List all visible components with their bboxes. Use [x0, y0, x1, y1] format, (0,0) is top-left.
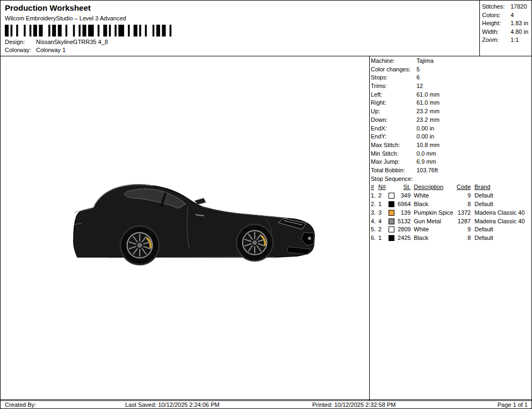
stat-value: 4.80 in	[511, 28, 528, 36]
machine-info-value: 10.8 mm	[416, 141, 440, 150]
machine-info-row: Left:61.0 mm	[371, 91, 532, 99]
machine-info-value: 5	[416, 65, 420, 74]
colorway-label: Colorway:	[5, 46, 36, 54]
created-by: Created By:	[5, 401, 36, 408]
machine-info-row: Color changes:5	[371, 65, 532, 74]
col-header-num: #	[371, 183, 378, 192]
color-swatch	[389, 227, 394, 232]
machine-info-value: 61.0 mm	[416, 91, 440, 99]
stop-row-description: Black	[412, 234, 456, 243]
stop-row-brand: Madeira Classic 40	[472, 217, 532, 226]
machine-info-row: Max Jump:6.9 mm	[371, 158, 532, 166]
stop-row-stitches: 2809	[398, 225, 412, 234]
stat-label: Stitches:	[482, 3, 511, 11]
stop-row-needle: 2	[378, 225, 389, 234]
machine-info-row: Down:23.2 mm	[371, 116, 532, 125]
stat-label: Colors:	[482, 11, 511, 20]
stop-row-brand: Default	[472, 192, 532, 200]
stop-row-description: White	[412, 225, 456, 234]
stop-row-num: 4.	[371, 217, 378, 226]
machine-info-row: Machine:Tajima	[371, 57, 532, 65]
machine-info-value: 12	[416, 82, 423, 91]
machine-info-row: Stops:6	[371, 74, 532, 82]
stat-label: Zoom:	[482, 36, 511, 45]
stop-row-code: 1372	[456, 209, 472, 217]
machine-info-label: EndX:	[371, 125, 416, 133]
stop-row-code: 8	[456, 234, 472, 243]
machine-info-value: 6	[416, 74, 420, 82]
app-subtitle: Wilcom EmbroideryStudio – Level 3 Advanc…	[5, 14, 475, 22]
design-canvas	[1, 56, 369, 400]
stat-value: 1:1	[511, 36, 519, 45]
stat-label: Width:	[482, 28, 511, 36]
col-header-code: Code	[456, 183, 472, 192]
stop-row-description: Black	[412, 200, 456, 209]
barcode	[5, 25, 171, 36]
machine-info-row: Up:23.2 mm	[371, 107, 532, 116]
machine-info-value: 0.0 mm	[416, 150, 436, 158]
stop-row-stitches: 6964	[398, 200, 412, 209]
stat-row: Stitches:17820	[482, 3, 531, 11]
stop-row-code: 9	[456, 192, 472, 200]
col-header-brand: Brand	[472, 183, 532, 192]
stat-row: Colors:4	[482, 11, 531, 20]
front-wheel	[236, 224, 273, 261]
last-saved: Last Saved: 10/12/2025 2:24:06 PM	[125, 401, 220, 408]
machine-info-value: 0.00 in	[416, 133, 434, 141]
col-header-description: Description	[412, 183, 456, 192]
machine-info: Machine:TajimaColor changes:5Stops:6Trim…	[371, 57, 532, 175]
machine-info-label: Min Stitch:	[371, 150, 416, 158]
page-title: Production Worksheet	[5, 3, 475, 13]
machine-info-value: 103.76ft	[416, 166, 438, 175]
color-swatch	[389, 201, 394, 207]
stop-row-description: Gun Metal	[412, 217, 456, 226]
page-number: Page 1 of 1	[498, 401, 528, 408]
stop-row-stitches: 5132	[398, 217, 412, 226]
machine-info-row: Trims:12	[371, 82, 532, 91]
printed: Printed: 10/12/2025 2:32:58 PM	[312, 401, 396, 408]
machine-info-value: 61.0 mm	[416, 99, 440, 107]
machine-info-value: 0.00 in	[416, 125, 434, 133]
header: Production Worksheet Wilcom EmbroiderySt…	[1, 1, 531, 56]
stat-value: 1.83 in	[511, 19, 528, 28]
design-row: Design: NissanSkylineGTRR35 4_8	[5, 38, 475, 46]
stat-value: 17820	[511, 3, 527, 11]
machine-info-value: 23.2 mm	[416, 116, 440, 125]
stop-row-brand: Default	[472, 225, 532, 234]
machine-info-row: EndX:0.00 in	[371, 125, 532, 133]
stop-row-needle: 1	[378, 200, 389, 209]
embroidery-design-nissan-gtr	[73, 181, 315, 275]
stop-sequence-title: Stop Sequence:	[371, 175, 532, 184]
machine-info-row: Total Bobbin:103.76ft	[371, 166, 532, 175]
design-label: Design:	[5, 38, 36, 46]
machine-info-label: Max Stitch:	[371, 141, 416, 150]
rear-wheel	[120, 226, 159, 265]
col-header-stitches: St.	[398, 183, 412, 192]
stop-row-stitches: 349	[398, 192, 412, 200]
stop-row-swatch-cell	[389, 200, 398, 209]
machine-info-label: Left:	[371, 91, 416, 99]
machine-info-label: Trims:	[371, 82, 416, 91]
machine-info-label: Right:	[371, 99, 416, 107]
machine-info-label: EndY:	[371, 133, 416, 141]
stop-row-needle: 1	[378, 234, 389, 243]
machine-info-value: 23.2 mm	[416, 107, 440, 116]
machine-info-row: EndY:0.00 in	[371, 133, 532, 141]
machine-info-label: Machine:	[371, 57, 416, 65]
stop-row-stitches: 2425	[398, 234, 412, 243]
stop-row-description: White	[412, 192, 456, 200]
stop-row-num: 1.	[371, 192, 378, 200]
machine-info-label: Up:	[371, 107, 416, 116]
colorway-value: Colorway 1	[36, 46, 66, 54]
color-swatch	[389, 193, 394, 199]
machine-info-label: Max Jump:	[371, 158, 416, 166]
machine-info-value: Tajima	[416, 57, 434, 65]
stop-row-needle: 3	[378, 209, 389, 217]
color-swatch	[389, 218, 394, 224]
stop-row-brand: Default	[472, 234, 532, 243]
stats-panel: Stitches:17820Colors:4Height:1.83 inWidt…	[479, 1, 531, 56]
stat-row: Height:1.83 in	[482, 19, 531, 28]
footer: Created By: Last Saved: 10/12/2025 2:24:…	[1, 399, 531, 408]
stop-row-stitches: 139	[398, 209, 412, 217]
stop-row-swatch-cell	[389, 234, 398, 243]
